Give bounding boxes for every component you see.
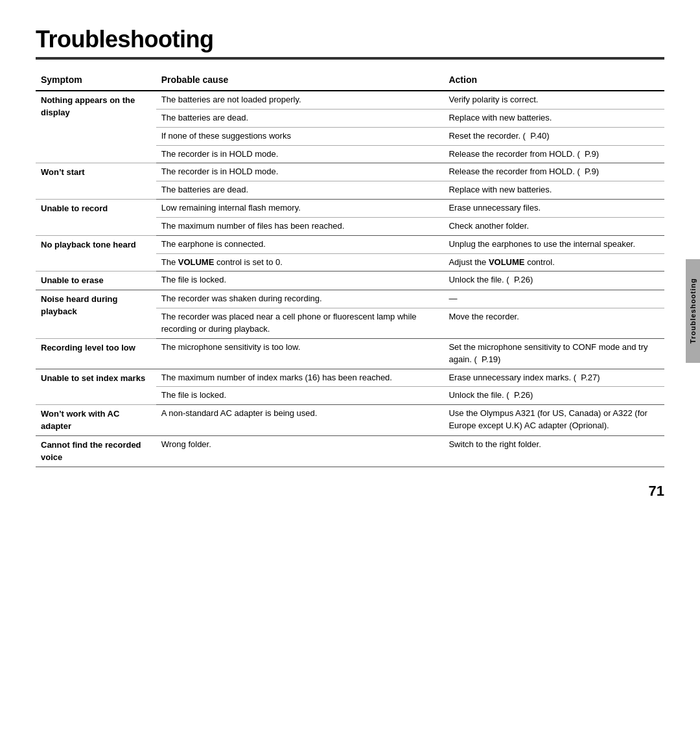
header-symptom: Symptom (36, 71, 156, 91)
cause-cell: If none of these suggestions works (156, 127, 444, 145)
troubleshooting-table: Symptom Probable cause Action Nothing ap… (36, 71, 664, 467)
symptom-cell: Unable to set index marks (36, 369, 156, 405)
symptom-cell: Unable to record (36, 200, 156, 236)
table-row: Cannot find the recorded voiceWrong fold… (36, 435, 664, 467)
action-cell: Set the microphone sensitivity to CONF m… (443, 338, 664, 369)
cause-cell: The batteries are dead. (156, 109, 444, 127)
table-row: Unable to set index marksThe maximum num… (36, 369, 664, 387)
title-divider (36, 57, 664, 60)
cause-cell: The batteries are not loaded properly. (156, 91, 444, 109)
cause-cell: The recorder is in HOLD mode. (156, 163, 444, 181)
symptom-cell: Won’t work with AC adapter (36, 405, 156, 436)
action-cell: Verify polarity is correct. (443, 91, 664, 109)
page-number: 71 (649, 483, 664, 500)
action-cell: Check another folder. (443, 217, 664, 235)
symptom-cell: Nothing appears on the display (36, 91, 156, 163)
cause-cell: The recorder is in HOLD mode. (156, 145, 444, 163)
table-row: Unable to eraseThe file is locked.Unlock… (36, 272, 664, 290)
action-cell: Replace with new batteries. (443, 109, 664, 127)
cause-cell: The maximum number of files has been rea… (156, 217, 444, 235)
cause-cell: The file is locked. (156, 272, 444, 290)
action-cell: Reset the recorder. ( P.40) (443, 127, 664, 145)
table-row: Nothing appears on the displayThe batter… (36, 91, 664, 109)
cause-cell: The microphone sensitivity is too low. (156, 338, 444, 369)
cause-cell: A non-standard AC adapter is being used. (156, 405, 444, 436)
action-cell: Unlock the file. ( P.26) (443, 387, 664, 405)
action-cell: Release the recorder from HOLD. ( P.9) (443, 145, 664, 163)
cause-cell: Wrong folder. (156, 435, 444, 467)
cause-cell: Low remaining internal flash memory. (156, 200, 444, 218)
table-row: Recording level too lowThe microphone se… (36, 338, 664, 369)
table-row: Won’t work with AC adapterA non-standard… (36, 405, 664, 436)
symptom-cell: Noise heard during playback (36, 290, 156, 339)
symptom-cell: No playback tone heard (36, 235, 156, 272)
page-title: Troubleshooting (36, 26, 664, 53)
action-cell: Release the recorder from HOLD. ( P.9) (443, 163, 664, 181)
action-cell: Switch to the right folder. (443, 435, 664, 467)
symptom-cell: Cannot find the recorded voice (36, 435, 156, 467)
cause-cell: The maximum number of index marks (16) h… (156, 369, 444, 387)
symptom-cell: Won’t start (36, 163, 156, 200)
header-action: Action (443, 71, 664, 91)
cause-cell: The recorder was shaken during recording… (156, 290, 444, 308)
table-row: Won’t startThe recorder is in HOLD mode.… (36, 163, 664, 181)
symptom-cell: Recording level too low (36, 338, 156, 369)
cause-cell: The batteries are dead. (156, 181, 444, 200)
action-cell: Unlock the file. ( P.26) (443, 272, 664, 290)
symptom-cell: Unable to erase (36, 272, 156, 290)
cause-cell: The VOLUME control is set to 0. (156, 253, 444, 272)
page-container: Troubleshooting Symptom Probable cause A… (0, 0, 700, 519)
side-label: Troubleshooting (686, 259, 700, 363)
action-cell: — (443, 290, 664, 308)
action-cell: Use the Olympus A321 (for US, Canada) or… (443, 405, 664, 436)
cause-cell: The file is locked. (156, 387, 444, 405)
cause-cell: The earphone is connected. (156, 235, 444, 253)
header-cause: Probable cause (156, 71, 444, 91)
table-row: Unable to recordLow remaining internal f… (36, 200, 664, 218)
table-row: Noise heard during playbackThe recorder … (36, 290, 664, 308)
action-cell: Erase unnecessary index marks. ( P.27) (443, 369, 664, 387)
action-cell: Move the recorder. (443, 308, 664, 339)
action-cell: Replace with new batteries. (443, 181, 664, 200)
table-row: No playback tone heardThe earphone is co… (36, 235, 664, 253)
action-cell: Unplug the earphones to use the internal… (443, 235, 664, 253)
action-cell: Erase unnecessary files. (443, 200, 664, 218)
action-cell: Adjust the VOLUME control. (443, 253, 664, 272)
cause-cell: The recorder was placed near a cell phon… (156, 308, 444, 339)
